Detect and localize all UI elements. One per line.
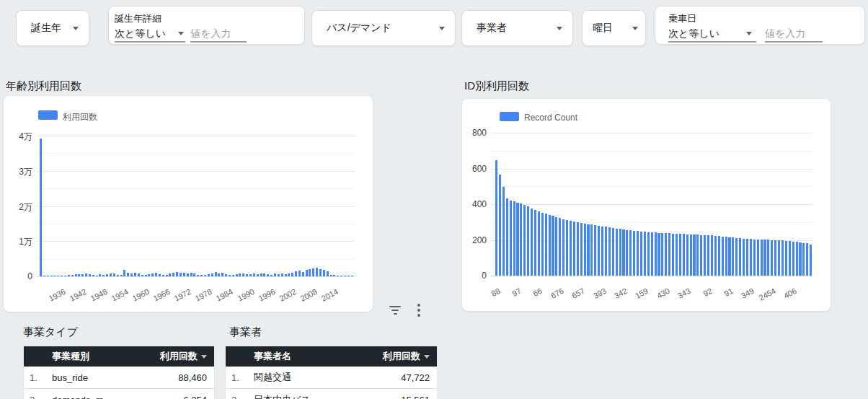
caret-down-icon[interactable]	[632, 27, 638, 30]
filter-chip-weekday[interactable]: 曜日	[582, 10, 646, 46]
bar	[193, 273, 195, 276]
filter-label: 曜日	[593, 22, 613, 35]
gridline	[491, 133, 812, 133]
bar	[92, 275, 94, 276]
filter-list-icon[interactable]	[386, 302, 404, 319]
bar	[590, 224, 593, 276]
bar	[516, 203, 518, 276]
bar	[502, 187, 505, 276]
value-input[interactable]: 値を入力	[765, 27, 805, 40]
caret-down-icon[interactable]	[746, 32, 752, 35]
table-row[interactable]: 2.日本中央バス...15,561	[226, 389, 437, 399]
column-header-value[interactable]: 利用回数	[160, 350, 214, 363]
bar	[499, 175, 501, 276]
operator-underline	[115, 41, 185, 43]
kebab-menu-icon[interactable]	[410, 302, 428, 319]
bar	[661, 233, 663, 276]
column-header-name[interactable]: 事業種別	[24, 350, 160, 363]
bar	[735, 238, 738, 276]
bar	[130, 273, 133, 276]
bar	[718, 236, 720, 276]
bar	[260, 273, 262, 276]
filter-chip-ride-date[interactable]: 乗車日 次と等しい 値を入力	[655, 6, 865, 45]
bar	[291, 273, 293, 276]
table-body: 1.bus_ride88,4602.demands_m...6,254	[24, 367, 214, 399]
caret-down-icon[interactable]	[557, 27, 562, 30]
bar	[81, 274, 84, 276]
filter-chip-operator[interactable]: 事業者	[461, 10, 573, 46]
bar	[549, 215, 551, 276]
bar	[665, 233, 667, 276]
bar	[746, 239, 748, 276]
bar	[288, 273, 290, 276]
bar	[704, 235, 706, 276]
table-row[interactable]: 1.関越交通47,722	[226, 367, 437, 389]
bar	[169, 273, 171, 276]
bar	[573, 222, 575, 276]
caret-down-icon[interactable]	[178, 32, 184, 35]
bar	[327, 271, 329, 276]
table-row[interactable]: 2.demands_m...6,254	[24, 389, 214, 399]
filter-chip-birth-year-detail[interactable]: 誕生年詳細 次と等しい 値を入力	[108, 6, 305, 45]
bar	[619, 229, 621, 276]
bar	[763, 240, 766, 276]
bar	[605, 227, 607, 276]
bar	[806, 243, 808, 276]
bar	[333, 275, 335, 276]
bar	[204, 275, 206, 276]
bar	[633, 231, 635, 276]
table-row[interactable]: 1.bus_ride88,460	[24, 367, 214, 389]
gridline	[491, 204, 812, 205]
bar	[232, 275, 234, 276]
bar	[145, 275, 147, 276]
minor-gridline	[491, 151, 812, 152]
bar	[771, 240, 773, 276]
column-header-value[interactable]: 利用回数	[383, 350, 437, 363]
row-value: 15,561	[401, 395, 437, 399]
bar	[693, 234, 695, 276]
bar	[180, 273, 182, 276]
bar	[78, 274, 80, 276]
table-business-type: 事業種別 利用回数 1.bus_ride88,4602.demands_m...…	[24, 346, 214, 399]
bar	[351, 276, 353, 276]
bar	[753, 240, 756, 276]
bar	[148, 274, 150, 276]
caret-down-icon[interactable]	[73, 27, 79, 30]
bar	[541, 213, 544, 276]
bar	[562, 219, 564, 276]
bar	[215, 272, 217, 276]
operator-select[interactable]: 次と等しい	[115, 27, 166, 40]
bar	[584, 224, 586, 276]
bar	[750, 239, 752, 276]
minor-gridline	[37, 224, 355, 224]
y-axis-label: 800	[464, 128, 487, 138]
legend-label: 利用回数	[63, 111, 97, 123]
bar	[96, 276, 98, 276]
caret-down-icon[interactable]	[439, 27, 445, 30]
row-name: bus_ride	[52, 372, 178, 383]
bar	[347, 276, 350, 276]
y-axis-label: 2万	[5, 201, 32, 214]
gridline	[491, 169, 812, 170]
value-input[interactable]: 値を入力	[190, 27, 231, 40]
bar	[89, 274, 91, 276]
bar	[739, 238, 741, 276]
row-number: 2.	[226, 395, 254, 399]
filter-chip-birth-year[interactable]: 誕生年	[16, 10, 89, 46]
column-header-name[interactable]: 事業者名	[226, 350, 383, 363]
bar	[570, 221, 572, 276]
bar	[555, 217, 557, 276]
bar	[686, 234, 688, 276]
bar	[802, 243, 805, 276]
bar	[728, 237, 730, 276]
bar	[319, 269, 322, 276]
bar	[176, 272, 178, 276]
bar	[190, 273, 192, 276]
filter-chip-bus-demand[interactable]: バス/デマンド	[311, 10, 456, 46]
bar	[778, 240, 780, 276]
bar	[47, 276, 49, 276]
table-header: 事業種別 利用回数	[24, 346, 214, 367]
bar	[117, 275, 119, 276]
y-axis-label: 600	[464, 164, 487, 174]
operator-select[interactable]: 次と等しい	[668, 27, 719, 40]
